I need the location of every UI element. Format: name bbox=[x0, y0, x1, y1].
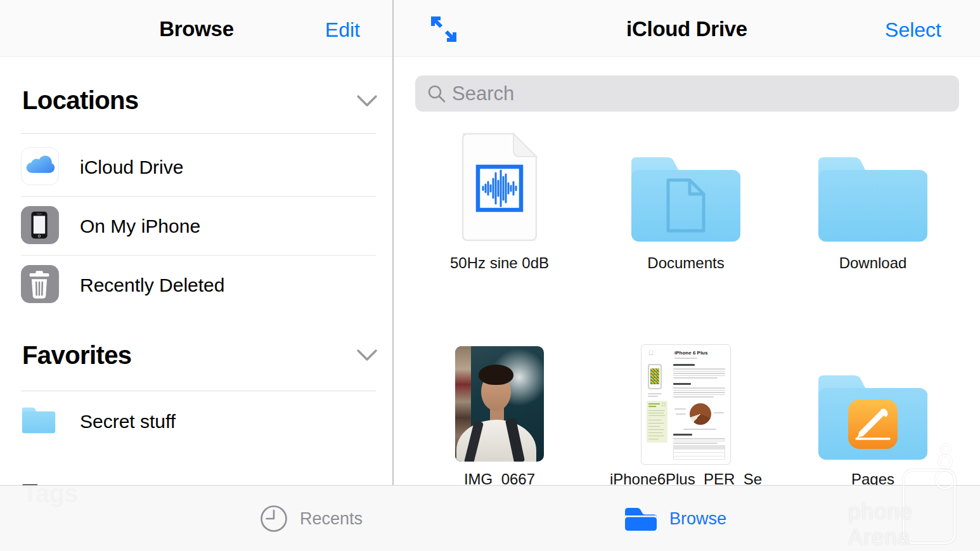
trash-icon bbox=[21, 265, 59, 303]
sidebar-item-recently-deleted[interactable]: Recently Deleted bbox=[0, 256, 393, 314]
folder-icon bbox=[628, 152, 744, 243]
document-tile-iphone6plus[interactable]:  iPhone 6 Plus  bbox=[641, 344, 731, 465]
folder-tile-download[interactable] bbox=[815, 152, 931, 245]
tab-recents[interactable]: Recents bbox=[259, 486, 363, 551]
divider bbox=[21, 391, 376, 391]
search-input[interactable] bbox=[452, 75, 946, 112]
section-heading-favorites: Favorites bbox=[22, 341, 131, 370]
sidebar-item-secret-stuff[interactable]: Secret stuff bbox=[0, 396, 393, 450]
tab-label: Recents bbox=[300, 509, 363, 529]
folder-icon bbox=[815, 370, 931, 461]
sidebar-item-label: Secret stuff bbox=[80, 411, 176, 432]
search-icon bbox=[427, 84, 446, 103]
clock-icon bbox=[259, 503, 289, 534]
photo-tile-img-0667[interactable] bbox=[455, 346, 544, 462]
sidebar-item-icloud-drive[interactable]: iCloud Drive bbox=[0, 138, 393, 197]
file-tile-audio[interactable] bbox=[455, 131, 544, 245]
tab-bar: Recents Browse bbox=[0, 485, 980, 551]
divider bbox=[21, 133, 376, 134]
sidebar-item-on-my-iphone[interactable]: On My iPhone bbox=[0, 197, 393, 256]
file-label: Download bbox=[784, 254, 962, 272]
sidebar-item-label: iCloud Drive bbox=[80, 157, 183, 178]
sidebar: Browse Edit Locations iCloud Drive bbox=[0, 0, 393, 485]
apple-logo-icon:  bbox=[648, 349, 654, 356]
files-app: Browse Edit Locations iCloud Drive bbox=[0, 0, 980, 551]
iphone-icon bbox=[21, 206, 59, 244]
folder-icon bbox=[623, 505, 659, 533]
tab-browse[interactable]: Browse bbox=[623, 486, 726, 551]
audio-file-icon bbox=[455, 131, 544, 243]
chevron-down-icon[interactable] bbox=[356, 94, 378, 109]
section-heading-locations: Locations bbox=[22, 86, 139, 115]
content-pane: iCloud Drive Select bbox=[394, 0, 980, 485]
divider bbox=[21, 196, 376, 197]
file-label: 50Hz sine 0dB bbox=[411, 254, 588, 272]
sidebar-item-label: Recently Deleted bbox=[80, 275, 224, 296]
doc-preview-title: iPhone 6 Plus bbox=[674, 350, 707, 356]
sidebar-item-label: On My iPhone bbox=[80, 216, 200, 237]
icloud-drive-icon bbox=[21, 147, 59, 185]
edit-button[interactable]: Edit bbox=[325, 18, 360, 42]
search-bar bbox=[415, 75, 959, 112]
folder-icon bbox=[21, 406, 56, 436]
pages-app-icon bbox=[848, 399, 898, 449]
sidebar-navbar: Browse Edit bbox=[0, 0, 393, 57]
file-label: Documents bbox=[597, 254, 775, 272]
folder-tile-pages[interactable] bbox=[815, 370, 931, 463]
pie-chart-glyph bbox=[690, 403, 711, 425]
divider bbox=[21, 255, 376, 256]
select-button[interactable]: Select bbox=[885, 18, 941, 42]
content-navbar: iCloud Drive Select bbox=[394, 0, 980, 57]
folder-icon bbox=[815, 152, 931, 243]
chevron-down-icon[interactable] bbox=[356, 348, 378, 363]
document-thumbnail:  iPhone 6 Plus  bbox=[641, 344, 731, 465]
tab-label: Browse bbox=[669, 509, 726, 529]
photo-thumbnail bbox=[455, 346, 544, 462]
folder-tile-documents[interactable] bbox=[628, 152, 744, 245]
